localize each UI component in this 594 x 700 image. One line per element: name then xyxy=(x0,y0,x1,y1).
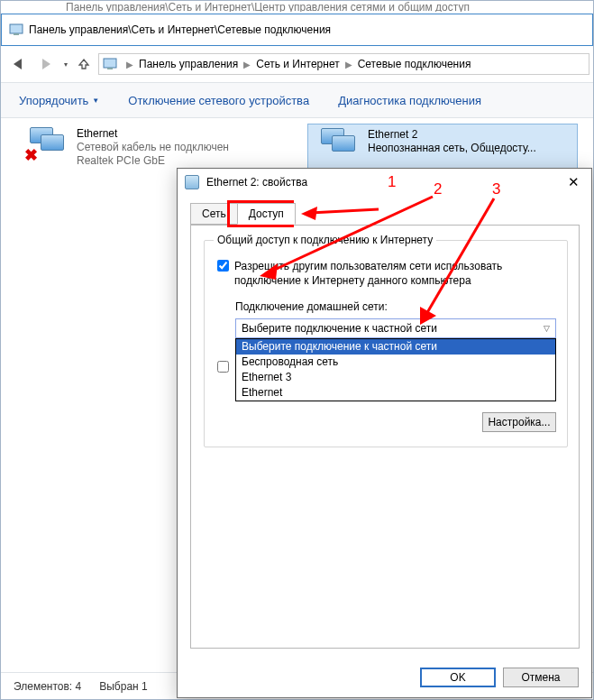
properties-dialog: Ethernet 2: свойства ✕ Сеть Доступ Общий… xyxy=(177,168,592,698)
combo-option[interactable]: Беспроводная сеть xyxy=(236,355,555,370)
network-adapter-icon xyxy=(315,128,359,164)
groupbox-legend: Общий доступ к подключению к Интернету xyxy=(214,234,436,246)
chevron-right-icon: ▶ xyxy=(124,60,135,69)
svg-rect-0 xyxy=(10,24,23,33)
home-connection-combo[interactable]: Выберите подключение к частной сети ▽ xyxy=(235,318,556,338)
nav-history-dropdown[interactable]: ▾ xyxy=(62,60,69,69)
combo-option[interactable]: Ethernet 3 xyxy=(236,370,555,385)
nic-icon xyxy=(185,175,199,189)
chevron-right-icon: ▶ xyxy=(343,60,354,69)
allow-sharing-checkbox[interactable] xyxy=(217,260,229,272)
home-connection-dropdown-list[interactable]: Выберите подключение к частной сети Бесп… xyxy=(235,338,556,401)
dialog-tabstrip: Сеть Доступ xyxy=(190,203,295,225)
window-titlebar: Панель управления\Сеть и Интернет\Сетевы… xyxy=(1,14,593,46)
svg-rect-3 xyxy=(107,68,113,69)
connection-name: Ethernet xyxy=(77,127,229,141)
disconnected-icon: ✖ xyxy=(24,147,41,163)
network-adapter-icon: ✖ xyxy=(24,127,68,163)
diagnose-button[interactable]: Диагностика подключения xyxy=(338,94,481,107)
cancel-button[interactable]: Отмена xyxy=(503,668,579,687)
nav-forward-button[interactable] xyxy=(33,51,59,77)
dialog-titlebar[interactable]: Ethernet 2: свойства ✕ xyxy=(178,169,591,196)
dialog-panel: Общий доступ к подключению к Интернету Р… xyxy=(190,225,580,649)
dialog-title: Ethernet 2: свойства xyxy=(206,176,307,189)
combo-option[interactable]: Выберите подключение к частной сети xyxy=(236,339,555,355)
allow-sharing-checkbox-row[interactable]: Разрешить другим пользователям сети испо… xyxy=(217,259,554,288)
breadcrumb-item[interactable]: Панель управления xyxy=(137,58,240,70)
address-bar-row: ▾ ▶ Панель управления ▶ Сеть и Интернет … xyxy=(1,46,593,82)
connection-adapter: Realtek PCIe GbE xyxy=(77,154,229,168)
ok-button[interactable]: OK xyxy=(420,668,496,687)
svg-rect-2 xyxy=(104,59,116,68)
status-element-count: Элементов: 4 xyxy=(14,680,81,693)
organize-label: Упорядочить xyxy=(19,94,88,107)
command-bar: Упорядочить ▼ Отключение сетевого устрой… xyxy=(1,82,593,118)
settings-button[interactable]: Настройка... xyxy=(482,412,556,432)
breadcrumb-bar[interactable]: ▶ Панель управления ▶ Сеть и Интернет ▶ … xyxy=(98,53,589,75)
connection-status: Неопознанная сеть, Общедосту... xyxy=(368,142,536,155)
breadcrumb-item[interactable]: Сетевые подключения xyxy=(356,58,473,70)
tab-network[interactable]: Сеть xyxy=(190,203,238,225)
allow-sharing-label: Разрешить другим пользователям сети испо… xyxy=(234,259,554,288)
chevron-down-icon: ▼ xyxy=(92,97,99,105)
svg-rect-1 xyxy=(14,33,19,35)
nav-up-button[interactable] xyxy=(73,53,95,75)
tab-access[interactable]: Доступ xyxy=(237,203,296,225)
home-connection-label: Подключение домашней сети: xyxy=(235,300,388,313)
organize-menu[interactable]: Упорядочить ▼ xyxy=(19,94,99,107)
close-button[interactable]: ✕ xyxy=(561,172,586,192)
connection-item-selected[interactable]: Ethernet 2 Неопознанная сеть, Общедосту.… xyxy=(307,124,578,170)
ics-groupbox: Общий доступ к подключению к Интернету Р… xyxy=(204,240,568,447)
connection-name: Ethernet 2 xyxy=(368,128,536,142)
disable-device-button[interactable]: Отключение сетевого устройства xyxy=(128,94,309,107)
breadcrumb-item[interactable]: Сеть и Интернет xyxy=(254,58,341,70)
combo-selected-value: Выберите подключение к частной сети xyxy=(242,322,437,335)
allow-control-checkbox[interactable] xyxy=(217,361,229,373)
control-panel-icon xyxy=(9,23,23,37)
window-title: Панель управления\Сеть и Интернет\Сетевы… xyxy=(29,23,331,36)
parent-window-title: Панель управления\Сеть и Интернет\Центр … xyxy=(1,1,593,12)
nav-back-button[interactable] xyxy=(5,51,30,77)
combo-option[interactable]: Ethernet xyxy=(236,385,555,401)
status-selected-count: Выбран 1 xyxy=(99,680,147,693)
chevron-down-icon: ▽ xyxy=(544,324,550,333)
control-panel-icon xyxy=(103,57,117,71)
connection-item[interactable]: ✖ Ethernet Сетевой кабель не подключен R… xyxy=(17,124,288,170)
chevron-right-icon: ▶ xyxy=(242,60,252,69)
dialog-button-row: OK Отмена xyxy=(178,658,591,697)
connection-status: Сетевой кабель не подключен xyxy=(77,141,229,154)
